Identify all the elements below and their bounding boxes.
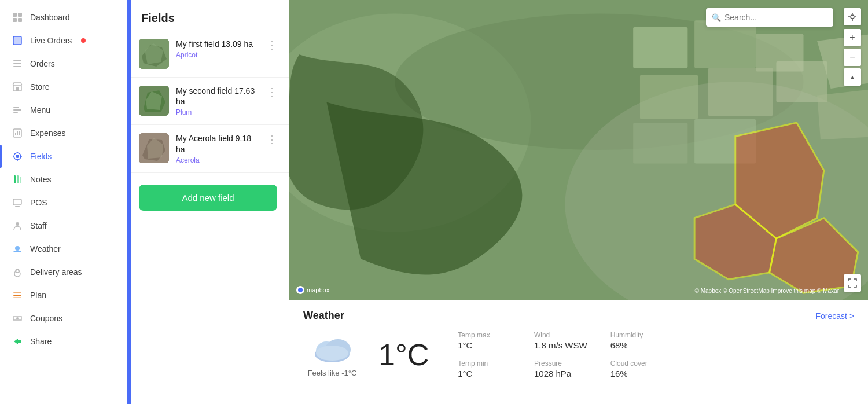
map-zoom-controls: + − ▲ bbox=[844, 29, 861, 86]
svg-point-63 bbox=[851, 15, 854, 19]
svg-rect-17 bbox=[19, 131, 20, 135]
weather-stat-temp-max: Temp max 1°C bbox=[458, 331, 511, 350]
store-icon bbox=[12, 81, 23, 93]
field-info-3: My Acerola field 9.18 ha Acerola bbox=[176, 133, 260, 164]
svg-rect-15 bbox=[15, 133, 16, 135]
svg-rect-28 bbox=[15, 206, 20, 207]
svg-rect-34 bbox=[13, 297, 21, 298]
weather-stat-value-5: 16% bbox=[610, 369, 664, 379]
weather-feels-like: Feels like -1°C bbox=[308, 369, 357, 377]
svg-rect-12 bbox=[13, 109, 21, 111]
sidebar-item-orders[interactable]: Orders bbox=[0, 52, 127, 75]
sidebar-label-plan: Plan bbox=[30, 291, 46, 300]
weather-stat-value-2: 68% bbox=[610, 340, 664, 350]
field-menu-3[interactable]: ⋮ bbox=[267, 133, 277, 146]
compass-button[interactable]: ▲ bbox=[844, 68, 861, 86]
sidebar-item-delivery-areas[interactable]: Delivery areas bbox=[0, 260, 127, 284]
svg-point-30 bbox=[15, 246, 20, 251]
svg-marker-59 bbox=[817, 89, 868, 139]
field-name-1: My first field 13.09 ha bbox=[176, 39, 260, 49]
svg-point-29 bbox=[16, 222, 19, 226]
zoom-in-button[interactable]: + bbox=[844, 29, 861, 46]
weather-stat-label-1: Wind bbox=[534, 331, 587, 339]
map-search[interactable]: 🔍 bbox=[706, 8, 833, 27]
svg-rect-2 bbox=[13, 18, 17, 22]
sidebar-label-weather: Weather bbox=[30, 244, 61, 254]
sidebar-label-pos: POS bbox=[30, 198, 47, 207]
forecast-link[interactable]: Forecast > bbox=[815, 311, 854, 321]
sidebar-label-coupons: Coupons bbox=[30, 314, 62, 323]
sidebar-item-expenses[interactable]: Expenses bbox=[0, 122, 127, 145]
field-item-3[interactable]: My Acerola field 9.18 ha Acerola ⋮ bbox=[127, 125, 289, 172]
fields-icon bbox=[12, 150, 23, 162]
sidebar-label-live-orders: Live Orders bbox=[30, 36, 72, 45]
weather-stat-wind: Wind 1.8 m/s WSW bbox=[534, 331, 587, 350]
weather-section: Weather Forecast > Feels like -1°C 1°C T… bbox=[289, 300, 868, 404]
sidebar-item-store[interactable]: Store bbox=[0, 75, 127, 98]
weather-stat-temp-min: Temp min 1°C bbox=[458, 359, 511, 379]
sidebar-item-menu[interactable]: Menu bbox=[0, 98, 127, 122]
zoom-out-button[interactable]: − bbox=[844, 49, 861, 66]
mapbox-logo: mapbox bbox=[296, 286, 329, 294]
weather-stat-label-4: Pressure bbox=[534, 359, 587, 368]
weather-stat-cloud-cover: Cloud cover 16% bbox=[610, 359, 664, 379]
svg-rect-7 bbox=[13, 63, 21, 64]
field-crop-2: Plum bbox=[176, 108, 260, 116]
svg-rect-6 bbox=[13, 60, 21, 61]
field-thumbnail-1 bbox=[139, 39, 169, 69]
weather-header: Weather Forecast > bbox=[303, 310, 854, 322]
svg-rect-33 bbox=[13, 292, 21, 293]
svg-rect-4 bbox=[13, 36, 21, 45]
svg-rect-56 bbox=[633, 123, 687, 164]
svg-rect-53 bbox=[640, 75, 698, 120]
panel-accent-bar bbox=[127, 0, 131, 404]
sidebar-item-weather[interactable]: Weather bbox=[0, 237, 127, 260]
mapbox-label: mapbox bbox=[307, 287, 329, 293]
weather-body: Feels like -1°C 1°C Temp max 1°C Wind 1.… bbox=[303, 331, 854, 379]
main-content: 🔍 + − ▲ mapbox © Mapbox © OpenStreetMap … bbox=[289, 0, 868, 404]
sidebar-item-pos[interactable]: POS bbox=[0, 191, 127, 214]
sidebar-item-coupons[interactable]: Coupons bbox=[0, 307, 127, 330]
svg-rect-16 bbox=[17, 131, 18, 135]
sidebar-item-live-orders[interactable]: Live Orders bbox=[0, 29, 127, 52]
svg-rect-11 bbox=[13, 107, 19, 108]
svg-rect-1 bbox=[18, 13, 22, 17]
field-thumbnail-2 bbox=[139, 86, 169, 116]
svg-point-35 bbox=[16, 317, 19, 319]
sidebar-item-notes[interactable]: Notes bbox=[0, 168, 127, 191]
coupons-icon bbox=[12, 313, 23, 324]
sidebar-label-expenses: Expenses bbox=[30, 128, 65, 138]
sidebar-label-dashboard: Dashboard bbox=[30, 13, 70, 22]
fullscreen-button[interactable] bbox=[844, 274, 861, 292]
sidebar-item-plan[interactable]: Plan bbox=[0, 284, 127, 307]
add-field-button[interactable]: Add new field bbox=[139, 185, 277, 211]
field-menu-2[interactable]: ⋮ bbox=[267, 86, 277, 98]
map-location-button[interactable] bbox=[844, 8, 861, 25]
sidebar-label-share: Share bbox=[30, 337, 52, 346]
weather-stat-value-1: 1.8 m/s WSW bbox=[534, 340, 587, 350]
svg-rect-51 bbox=[694, 20, 756, 68]
svg-rect-24 bbox=[14, 175, 16, 183]
field-info-1: My first field 13.09 ha Apricot bbox=[176, 39, 260, 59]
sidebar-item-staff[interactable]: Staff bbox=[0, 214, 127, 237]
field-info-2: My second field 17.63 ha Plum bbox=[176, 86, 260, 116]
fields-panel: Fields My first field 13.09 ha Apricot ⋮… bbox=[127, 0, 289, 404]
field-menu-1[interactable]: ⋮ bbox=[267, 39, 277, 52]
sidebar-label-delivery-areas: Delivery areas bbox=[30, 267, 82, 277]
sidebar-item-share[interactable]: Share bbox=[0, 330, 127, 353]
sidebar-item-fields[interactable]: Fields bbox=[0, 145, 127, 168]
field-crop-1: Apricot bbox=[176, 51, 260, 59]
pos-icon bbox=[12, 197, 23, 208]
field-item-1[interactable]: My first field 13.09 ha Apricot ⋮ bbox=[127, 31, 289, 78]
sidebar-label-menu: Menu bbox=[30, 105, 50, 115]
weather-icon bbox=[12, 243, 23, 255]
field-item-2[interactable]: My second field 17.63 ha Plum ⋮ bbox=[127, 78, 289, 125]
weather-stat-value-0: 1°C bbox=[458, 340, 511, 350]
search-icon: 🔍 bbox=[712, 13, 721, 22]
svg-rect-54 bbox=[708, 68, 773, 116]
sidebar-item-dashboard[interactable]: Dashboard bbox=[0, 6, 127, 29]
svg-rect-27 bbox=[13, 199, 21, 205]
search-input[interactable] bbox=[706, 8, 833, 27]
bolt-icon bbox=[12, 35, 23, 46]
weather-stat-value-3: 1°C bbox=[458, 369, 511, 379]
